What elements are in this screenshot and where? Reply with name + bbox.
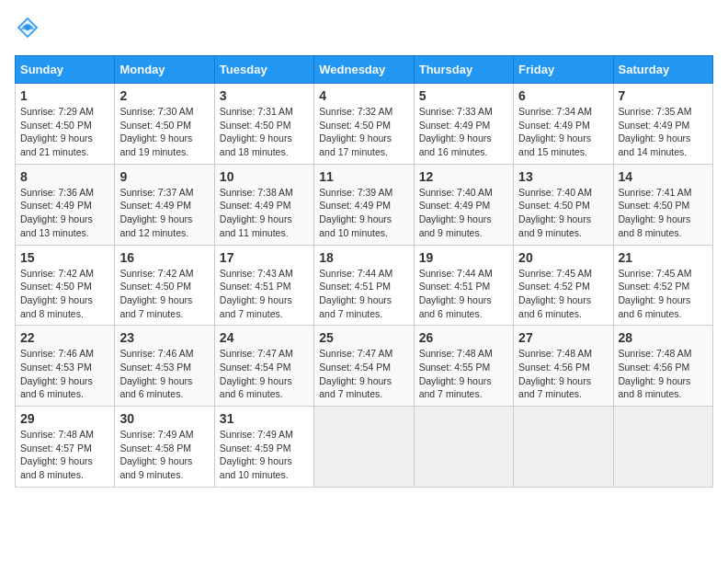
calendar-cell: 25 Sunrise: 7:47 AM Sunset: 4:54 PM Dayl… bbox=[314, 326, 414, 407]
day-number: 24 bbox=[220, 330, 309, 345]
day-info: Sunrise: 7:42 AM Sunset: 4:50 PM Dayligh… bbox=[119, 267, 209, 321]
day-number: 28 bbox=[619, 330, 708, 345]
day-number: 16 bbox=[119, 250, 209, 265]
day-info: Sunrise: 7:46 AM Sunset: 4:53 PM Dayligh… bbox=[119, 347, 209, 401]
day-number: 17 bbox=[220, 250, 309, 265]
day-number: 18 bbox=[319, 250, 408, 265]
day-info: Sunrise: 7:41 AM Sunset: 4:50 PM Dayligh… bbox=[619, 186, 708, 240]
day-number: 14 bbox=[619, 169, 708, 184]
day-info: Sunrise: 7:33 AM Sunset: 4:49 PM Dayligh… bbox=[419, 105, 508, 159]
day-number: 6 bbox=[518, 88, 608, 103]
calendar-cell: 5 Sunrise: 7:33 AM Sunset: 4:49 PM Dayli… bbox=[414, 84, 513, 165]
day-number: 2 bbox=[119, 88, 209, 103]
day-of-week-header: Monday bbox=[115, 56, 214, 84]
calendar-cell: 22 Sunrise: 7:46 AM Sunset: 4:53 PM Dayl… bbox=[16, 326, 115, 407]
day-info: Sunrise: 7:40 AM Sunset: 4:50 PM Dayligh… bbox=[518, 186, 608, 240]
calendar-cell: 7 Sunrise: 7:35 AM Sunset: 4:49 PM Dayli… bbox=[613, 84, 712, 165]
day-number: 19 bbox=[419, 250, 508, 265]
day-of-week-header: Saturday bbox=[613, 56, 712, 84]
calendar-table: SundayMondayTuesdayWednesdayThursdayFrid… bbox=[15, 55, 713, 488]
calendar-cell: 20 Sunrise: 7:45 AM Sunset: 4:52 PM Dayl… bbox=[514, 245, 613, 326]
calendar-cell: 21 Sunrise: 7:45 AM Sunset: 4:52 PM Dayl… bbox=[613, 245, 712, 326]
day-number: 31 bbox=[220, 411, 309, 426]
day-info: Sunrise: 7:47 AM Sunset: 4:54 PM Dayligh… bbox=[319, 347, 408, 401]
calendar-cell: 28 Sunrise: 7:48 AM Sunset: 4:56 PM Dayl… bbox=[613, 326, 712, 407]
calendar-cell: 23 Sunrise: 7:46 AM Sunset: 4:53 PM Dayl… bbox=[115, 326, 214, 407]
calendar-cell: 13 Sunrise: 7:40 AM Sunset: 4:50 PM Dayl… bbox=[514, 164, 613, 245]
calendar-cell: 18 Sunrise: 7:44 AM Sunset: 4:51 PM Dayl… bbox=[314, 245, 414, 326]
calendar-cell: 26 Sunrise: 7:48 AM Sunset: 4:55 PM Dayl… bbox=[414, 326, 513, 407]
day-of-week-header: Tuesday bbox=[214, 56, 313, 84]
calendar-week-row: 1 Sunrise: 7:29 AM Sunset: 4:50 PM Dayli… bbox=[16, 84, 713, 165]
day-number: 29 bbox=[20, 411, 109, 426]
day-info: Sunrise: 7:38 AM Sunset: 4:49 PM Dayligh… bbox=[220, 186, 309, 240]
calendar-cell: 19 Sunrise: 7:44 AM Sunset: 4:51 PM Dayl… bbox=[414, 245, 513, 326]
day-number: 10 bbox=[220, 169, 309, 184]
calendar-cell: 4 Sunrise: 7:32 AM Sunset: 4:50 PM Dayli… bbox=[314, 84, 414, 165]
day-info: Sunrise: 7:30 AM Sunset: 4:50 PM Dayligh… bbox=[119, 105, 209, 159]
svg-point-2 bbox=[25, 25, 30, 30]
calendar-cell: 14 Sunrise: 7:41 AM Sunset: 4:50 PM Dayl… bbox=[613, 164, 712, 245]
day-of-week-header: Thursday bbox=[414, 56, 513, 84]
day-number: 9 bbox=[119, 169, 209, 184]
calendar-cell: 12 Sunrise: 7:40 AM Sunset: 4:49 PM Dayl… bbox=[414, 164, 513, 245]
day-info: Sunrise: 7:43 AM Sunset: 4:51 PM Dayligh… bbox=[220, 267, 309, 321]
day-info: Sunrise: 7:44 AM Sunset: 4:51 PM Dayligh… bbox=[319, 267, 408, 321]
day-info: Sunrise: 7:46 AM Sunset: 4:53 PM Dayligh… bbox=[20, 347, 109, 401]
calendar-week-row: 29 Sunrise: 7:48 AM Sunset: 4:57 PM Dayl… bbox=[16, 407, 713, 488]
calendar-week-row: 15 Sunrise: 7:42 AM Sunset: 4:50 PM Dayl… bbox=[16, 245, 713, 326]
page-header bbox=[15, 15, 713, 44]
day-number: 30 bbox=[119, 411, 209, 426]
calendar-cell: 31 Sunrise: 7:49 AM Sunset: 4:59 PM Dayl… bbox=[214, 407, 313, 488]
day-info: Sunrise: 7:48 AM Sunset: 4:55 PM Dayligh… bbox=[419, 347, 508, 401]
calendar-cell: 2 Sunrise: 7:30 AM Sunset: 4:50 PM Dayli… bbox=[115, 84, 214, 165]
calendar-cell: 11 Sunrise: 7:39 AM Sunset: 4:49 PM Dayl… bbox=[314, 164, 414, 245]
calendar-cell: 17 Sunrise: 7:43 AM Sunset: 4:51 PM Dayl… bbox=[214, 245, 313, 326]
day-number: 20 bbox=[518, 250, 608, 265]
calendar-cell: 8 Sunrise: 7:36 AM Sunset: 4:49 PM Dayli… bbox=[16, 164, 115, 245]
day-number: 8 bbox=[20, 169, 109, 184]
day-number: 15 bbox=[20, 250, 109, 265]
day-info: Sunrise: 7:48 AM Sunset: 4:56 PM Dayligh… bbox=[518, 347, 608, 401]
day-info: Sunrise: 7:37 AM Sunset: 4:49 PM Dayligh… bbox=[119, 186, 209, 240]
day-of-week-header: Friday bbox=[514, 56, 613, 84]
calendar-cell bbox=[414, 407, 513, 488]
calendar-cell: 30 Sunrise: 7:49 AM Sunset: 4:58 PM Dayl… bbox=[115, 407, 214, 488]
calendar-cell: 15 Sunrise: 7:42 AM Sunset: 4:50 PM Dayl… bbox=[16, 245, 115, 326]
day-number: 26 bbox=[419, 330, 508, 345]
day-number: 13 bbox=[518, 169, 608, 184]
day-of-week-header: Sunday bbox=[16, 56, 115, 84]
day-info: Sunrise: 7:44 AM Sunset: 4:51 PM Dayligh… bbox=[419, 267, 508, 321]
calendar-cell: 29 Sunrise: 7:48 AM Sunset: 4:57 PM Dayl… bbox=[16, 407, 115, 488]
day-number: 4 bbox=[319, 88, 408, 103]
day-info: Sunrise: 7:45 AM Sunset: 4:52 PM Dayligh… bbox=[518, 267, 608, 321]
calendar-cell: 3 Sunrise: 7:31 AM Sunset: 4:50 PM Dayli… bbox=[214, 84, 313, 165]
day-info: Sunrise: 7:40 AM Sunset: 4:49 PM Dayligh… bbox=[419, 186, 508, 240]
day-number: 3 bbox=[220, 88, 309, 103]
calendar-cell: 10 Sunrise: 7:38 AM Sunset: 4:49 PM Dayl… bbox=[214, 164, 313, 245]
day-number: 5 bbox=[419, 88, 508, 103]
day-info: Sunrise: 7:39 AM Sunset: 4:49 PM Dayligh… bbox=[319, 186, 408, 240]
calendar-cell: 1 Sunrise: 7:29 AM Sunset: 4:50 PM Dayli… bbox=[16, 84, 115, 165]
calendar-week-row: 22 Sunrise: 7:46 AM Sunset: 4:53 PM Dayl… bbox=[16, 326, 713, 407]
calendar-cell bbox=[613, 407, 712, 488]
day-info: Sunrise: 7:29 AM Sunset: 4:50 PM Dayligh… bbox=[20, 105, 109, 159]
logo bbox=[15, 15, 44, 44]
day-number: 11 bbox=[319, 169, 408, 184]
day-number: 25 bbox=[319, 330, 408, 345]
calendar-cell: 6 Sunrise: 7:34 AM Sunset: 4:49 PM Dayli… bbox=[514, 84, 613, 165]
day-info: Sunrise: 7:48 AM Sunset: 4:56 PM Dayligh… bbox=[619, 347, 708, 401]
day-number: 1 bbox=[20, 88, 109, 103]
calendar-cell bbox=[314, 407, 414, 488]
day-info: Sunrise: 7:49 AM Sunset: 4:59 PM Dayligh… bbox=[220, 428, 309, 482]
day-info: Sunrise: 7:31 AM Sunset: 4:50 PM Dayligh… bbox=[220, 105, 309, 159]
day-info: Sunrise: 7:34 AM Sunset: 4:49 PM Dayligh… bbox=[518, 105, 608, 159]
day-of-week-header: Wednesday bbox=[314, 56, 414, 84]
day-number: 7 bbox=[619, 88, 708, 103]
calendar-cell bbox=[514, 407, 613, 488]
calendar-week-row: 8 Sunrise: 7:36 AM Sunset: 4:49 PM Dayli… bbox=[16, 164, 713, 245]
day-info: Sunrise: 7:48 AM Sunset: 4:57 PM Dayligh… bbox=[20, 428, 109, 482]
calendar-header-row: SundayMondayTuesdayWednesdayThursdayFrid… bbox=[16, 56, 713, 84]
day-number: 27 bbox=[518, 330, 608, 345]
day-info: Sunrise: 7:49 AM Sunset: 4:58 PM Dayligh… bbox=[119, 428, 209, 482]
